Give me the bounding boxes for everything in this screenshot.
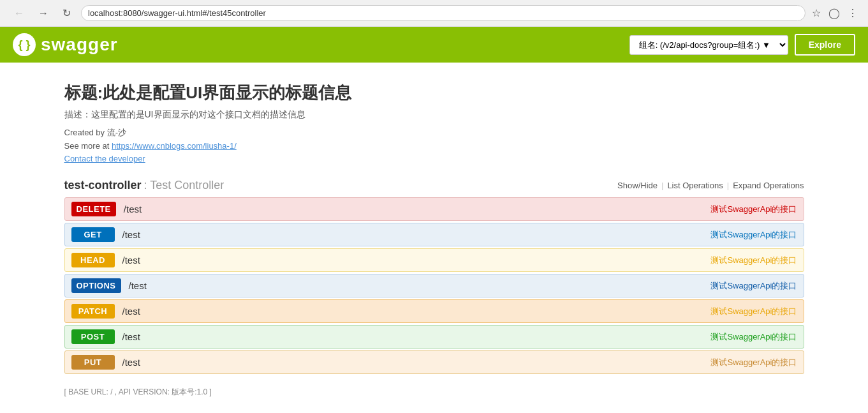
method-badge: POST xyxy=(71,329,115,344)
table-row[interactable]: HEAD/test测试SwaggerApi的接口 xyxy=(64,248,804,272)
logo-icon: { } xyxy=(13,33,36,56)
table-row[interactable]: PUT/test测试SwaggerApi的接口 xyxy=(64,350,804,374)
method-badge: OPTIONS xyxy=(71,278,121,293)
table-row[interactable]: POST/test测试SwaggerApi的接口 xyxy=(64,325,804,349)
see-more-link[interactable]: https://www.cnblogs.com/liusha-1/ xyxy=(112,141,237,151)
controller-actions: Show/Hide | List Operations | Expand Ope… xyxy=(617,181,804,190)
controller-subtitle: : Test Controller xyxy=(144,179,224,191)
api-footer: [ BASE URL: / , API VERSION: 版本号:1.0 ] xyxy=(64,387,804,398)
explore-button[interactable]: Explore xyxy=(795,34,855,56)
api-path: /test xyxy=(124,204,711,214)
method-badge: GET xyxy=(71,227,115,242)
api-description: 测试SwaggerApi的接口 xyxy=(710,204,797,215)
method-badge: DELETE xyxy=(71,202,116,216)
header-right: 组名: (/v2/api-docs?group=组名:) ▼ Explore xyxy=(629,34,855,56)
api-description: 测试SwaggerApi的接口 xyxy=(710,280,797,292)
api-path: /test xyxy=(122,255,711,266)
url-select[interactable]: 组名: (/v2/api-docs?group=组名:) ▼ xyxy=(629,35,788,55)
api-description: 测试SwaggerApi的接口 xyxy=(710,357,797,368)
logo-text: swagger xyxy=(41,34,118,55)
table-row[interactable]: GET/test测试SwaggerApi的接口 xyxy=(64,223,804,246)
controller-name: test-controller xyxy=(64,179,142,191)
table-row[interactable]: DELETE/test测试SwaggerApi的接口 xyxy=(64,197,804,221)
info-description: 描述：这里配置的是UI界面显示的对这个接口文档的描述信息 xyxy=(64,109,804,121)
show-hide-action[interactable]: Show/Hide xyxy=(617,181,658,190)
forward-button[interactable]: → xyxy=(34,6,52,20)
reload-button[interactable]: ↻ xyxy=(59,6,75,20)
api-path: /test xyxy=(122,357,711,368)
app-header: { } swagger 组名: (/v2/api-docs?group=组名:)… xyxy=(0,27,868,63)
controller-title: test-controller: Test Controller xyxy=(64,179,224,192)
list-operations-action[interactable]: List Operations xyxy=(667,181,723,190)
back-button[interactable]: ← xyxy=(10,6,28,20)
table-row[interactable]: PATCH/test测试SwaggerApi的接口 xyxy=(64,299,804,323)
api-description: 测试SwaggerApi的接口 xyxy=(710,255,797,266)
api-path: /test xyxy=(129,280,711,291)
api-path: /test xyxy=(122,331,711,342)
page-title: 标题:此处是配置UI界面显示的标题信息 xyxy=(64,82,804,104)
url-bar[interactable] xyxy=(81,5,805,21)
bookmark-icon[interactable]: ☆ xyxy=(812,7,821,19)
endpoints-list: DELETE/test测试SwaggerApi的接口GET/test测试Swag… xyxy=(64,197,804,374)
table-row[interactable]: OPTIONS/test测试SwaggerApi的接口 xyxy=(64,274,804,297)
api-description: 测试SwaggerApi的接口 xyxy=(710,229,797,241)
method-badge: PUT xyxy=(71,355,115,370)
method-badge: PATCH xyxy=(71,304,115,319)
browser-bar: ← → ↻ ☆ ◯ ⋮ xyxy=(0,0,868,27)
method-badge: HEAD xyxy=(71,253,115,267)
info-section: 标题:此处是配置UI界面显示的标题信息 描述：这里配置的是UI界面显示的对这个接… xyxy=(64,82,804,163)
api-path: /test xyxy=(122,306,711,317)
logo: { } swagger xyxy=(13,33,118,56)
info-contact: Contact the developer xyxy=(64,153,804,163)
main-content: 标题:此处是配置UI界面显示的标题信息 描述：这里配置的是UI界面显示的对这个接… xyxy=(52,63,817,410)
contact-link[interactable]: Contact the developer xyxy=(64,154,145,163)
account-icon[interactable]: ◯ xyxy=(828,7,840,19)
api-description: 测试SwaggerApi的接口 xyxy=(710,306,797,317)
expand-operations-action[interactable]: Expand Operations xyxy=(733,181,804,190)
controller-section: test-controller: Test Controller Show/Hi… xyxy=(64,179,804,374)
divider-2: | xyxy=(727,181,729,190)
controller-header: test-controller: Test Controller Show/Hi… xyxy=(64,179,804,192)
menu-icon[interactable]: ⋮ xyxy=(848,7,858,19)
api-path: /test xyxy=(122,229,711,240)
api-description: 测试SwaggerApi的接口 xyxy=(710,331,797,343)
divider-1: | xyxy=(661,181,663,190)
info-see-more: See more at https://www.cnblogs.com/lius… xyxy=(64,141,804,151)
info-created-by: Created by 流-沙 xyxy=(64,127,804,139)
footer-text: [ BASE URL: / , API VERSION: 版本号:1.0 ] xyxy=(64,387,212,396)
